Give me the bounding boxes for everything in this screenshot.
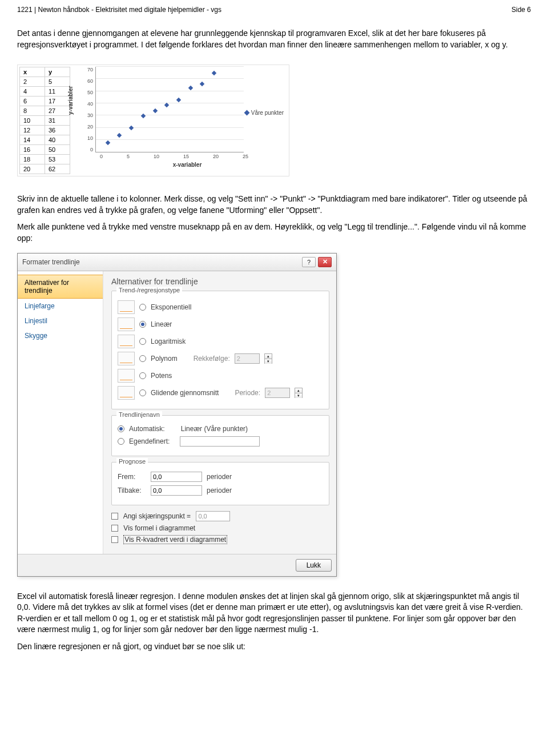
sidebar-item-shadow[interactable]: Skygge	[18, 328, 103, 343]
radio-name-custom[interactable]	[118, 438, 124, 445]
data-point	[176, 98, 181, 102]
checkbox-intercept[interactable]	[111, 513, 118, 520]
format-trendline-dialog: Formater trendlinje ? ✕ Alternativer for…	[17, 253, 337, 577]
forecast-legend: Prognose	[116, 458, 148, 465]
excel-scatter-figure: x y 25411617827103112361440165018532062 …	[17, 65, 289, 176]
forecast-tilbake-input[interactable]	[151, 485, 202, 496]
cell-x: 16	[20, 145, 45, 155]
trend-type-label: Potens	[151, 372, 172, 380]
trend-extra-label: Periode:	[235, 389, 260, 397]
sidebar-item-line-color[interactable]: Linjefarge	[18, 299, 103, 313]
data-point	[129, 126, 134, 130]
data-table: x y 25411617827103112361440165018532062	[19, 67, 70, 174]
paragraph-result: Den linære regresjonen er nå gjort, og v…	[17, 641, 531, 653]
cell-y: 17	[45, 96, 70, 106]
cell-y: 27	[45, 106, 70, 116]
data-point	[212, 71, 216, 75]
checkbox-show-rsquared[interactable]	[111, 536, 118, 543]
data-point	[117, 133, 122, 138]
dialog-sidebar: Alternativer for trendlinje Linjefarge L…	[18, 271, 103, 554]
trend-extra-input[interactable]	[235, 353, 260, 364]
y-tick: 0	[87, 147, 93, 152]
cell-x: 20	[20, 164, 45, 174]
cell-x: 6	[20, 96, 45, 106]
table-row: 2062	[20, 164, 70, 174]
trend-extra-input[interactable]	[265, 388, 290, 398]
intercept-value-input[interactable]	[196, 511, 230, 521]
cell-y: 40	[45, 135, 70, 145]
y-tick: 50	[87, 90, 93, 95]
radio-trend-type[interactable]	[139, 372, 146, 379]
radio-trend-type[interactable]	[139, 304, 146, 311]
trend-type-icon	[118, 335, 135, 348]
forecast-tilbake-label: Tilbake:	[118, 486, 146, 494]
table-row: 1650	[20, 145, 70, 155]
name-custom-input[interactable]	[180, 436, 260, 447]
spinner-icon[interactable]: ▴▾	[264, 353, 272, 364]
col-y-header: y	[45, 67, 70, 77]
forecast-group: Prognose Frem: perioder Tilbake: periode…	[111, 462, 329, 505]
cell-y: 62	[45, 164, 70, 174]
close-button[interactable]: Lukk	[296, 559, 332, 572]
cell-y: 11	[45, 87, 70, 96]
data-point	[141, 113, 146, 118]
data-point	[200, 82, 204, 86]
name-custom-label: Egendefinert:	[129, 437, 170, 445]
legend-marker-icon	[244, 110, 249, 115]
header-right: Side 6	[511, 6, 531, 14]
y-tick: 20	[87, 124, 93, 130]
y-tick: 30	[87, 112, 93, 118]
data-point	[105, 140, 110, 144]
trend-type-legend: Trend-/regresjonstype	[116, 287, 182, 293]
header-left: 1221 | Newton håndbok - Elektrisitet med…	[17, 6, 221, 14]
radio-trend-type[interactable]	[139, 321, 146, 328]
table-row: 1853	[20, 155, 70, 164]
spinner-icon[interactable]: ▴▾	[295, 388, 303, 398]
table-row: 827	[20, 106, 70, 116]
y-tick: 70	[87, 67, 93, 73]
radio-name-auto[interactable]	[118, 425, 124, 432]
forecast-frem-input[interactable]	[151, 472, 202, 482]
dialog-footer: Lukk	[18, 554, 336, 576]
cell-y: 5	[45, 77, 70, 87]
panel-heading: Alternativer for trendlinje	[111, 277, 329, 286]
check-rsquared-label: Vis R-kvadrert verdi i diagrammet	[123, 535, 227, 544]
table-row: 25	[20, 77, 70, 87]
paragraph-instructions-1: Skriv inn de aktuelle tallene i to kolon…	[17, 194, 531, 216]
checkbox-show-formula[interactable]	[111, 525, 118, 532]
close-icon[interactable]: ✕	[318, 257, 332, 267]
table-row: 617	[20, 96, 70, 106]
data-point	[152, 108, 157, 113]
trend-type-row: Eksponentiell	[118, 300, 323, 314]
trend-type-label: Logaritmisk	[151, 337, 186, 345]
check-rsquared-row: Vis R-kvadrert verdi i diagrammet	[111, 535, 329, 544]
x-axis-label: x-variabler	[87, 162, 287, 168]
help-button[interactable]: ?	[302, 257, 316, 267]
sidebar-item-trendline-options[interactable]: Alternativer for trendlinje	[18, 275, 103, 299]
y-tick: 10	[87, 135, 93, 141]
radio-trend-type[interactable]	[139, 355, 146, 362]
scatter-chart: y-variabler 706050403020100 Våre punkter…	[70, 67, 287, 174]
trend-type-row: PolynomRekkefølge:▴▾	[118, 352, 323, 365]
cell-x: 8	[20, 106, 45, 116]
legend-label: Våre punkter	[251, 110, 284, 116]
trend-type-icon	[118, 300, 135, 314]
radio-trend-type[interactable]	[139, 389, 146, 396]
check-formula-row: Vis formel i diagrammet	[111, 524, 329, 532]
sidebar-item-line-style[interactable]: Linjestil	[18, 313, 103, 328]
trend-type-row: Potens	[118, 369, 323, 383]
forecast-frem-unit: perioder	[207, 473, 232, 481]
forecast-tilbake-unit: perioder	[207, 486, 232, 494]
trend-type-row: Lineær	[118, 317, 323, 331]
cell-x: 10	[20, 116, 45, 126]
cell-y: 36	[45, 126, 70, 135]
check-formula-label: Vis formel i diagrammet	[123, 524, 195, 532]
radio-trend-type[interactable]	[139, 338, 146, 345]
dialog-titlebar[interactable]: Formater trendlinje ? ✕	[18, 254, 336, 271]
cell-x: 12	[20, 126, 45, 135]
y-axis-label: y-variabler	[67, 86, 74, 115]
dialog-panel: Alternativer for trendlinje Trend-/regre…	[103, 271, 336, 554]
trend-type-label: Glidende gjennomsnitt	[151, 389, 219, 397]
trend-type-label: Polynom	[151, 355, 178, 363]
check-intercept-row: Angi skjæringspunkt =	[111, 511, 329, 521]
